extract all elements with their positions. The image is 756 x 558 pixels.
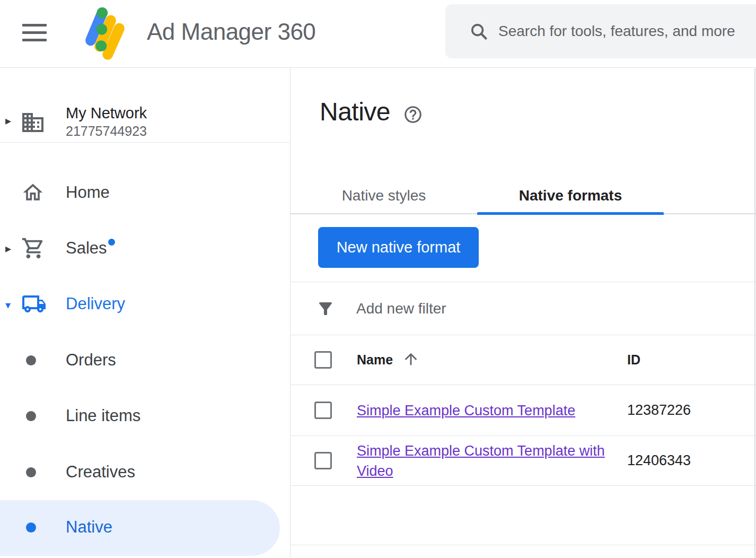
hamburger-menu-icon[interactable]: [22, 24, 47, 42]
bullet-icon: [26, 467, 36, 477]
sidebar-item-label: Line items: [66, 406, 140, 425]
add-filter-placeholder: Add new filter: [356, 300, 446, 317]
bullet-icon: [26, 522, 36, 533]
bullet-icon: [26, 355, 36, 365]
sidebar-item-label: Sales: [66, 239, 107, 258]
network-selector[interactable]: ▸ My Network 21775744923: [0, 84, 290, 143]
network-name: My Network: [66, 104, 147, 122]
ad-manager-logo-icon: [80, 5, 130, 62]
tab-native-formats[interactable]: Native formats: [477, 177, 664, 214]
new-native-format-button[interactable]: New native format: [318, 227, 479, 268]
sidebar-item-delivery[interactable]: ▾ Delivery: [0, 287, 290, 321]
table-row: Simple Example Custom Template 12387226: [291, 385, 756, 436]
content-right-border: [754, 68, 755, 558]
building-icon: [20, 110, 46, 135]
table-header-row: Name ID: [291, 335, 756, 385]
sidebar-item-orders[interactable]: Orders: [0, 343, 290, 377]
sidebar-item-sales[interactable]: ▸ Sales: [0, 231, 290, 265]
column-header-id: ID: [627, 352, 640, 368]
app-header: Ad Manager 360: [0, 0, 756, 68]
truck-icon: [21, 291, 47, 317]
page-title: Native: [320, 96, 390, 128]
sidebar-item-creatives[interactable]: Creatives: [0, 455, 290, 489]
tab-bar: Native styles Native formats: [291, 177, 756, 214]
bullet-icon: [26, 411, 36, 421]
app-title: Ad Manager 360: [147, 18, 315, 46]
table-row: Simple Example Custom Template with Vide…: [291, 436, 756, 486]
sidebar-item-label: Orders: [66, 351, 116, 370]
empty-table-row: [291, 486, 756, 545]
cart-icon: [21, 236, 46, 260]
sidebar-item-label: Delivery: [66, 294, 125, 313]
sort-ascending-icon[interactable]: [402, 350, 420, 368]
sidebar-item-label: Home: [66, 183, 110, 202]
row-checkbox[interactable]: [314, 452, 332, 469]
sidebar-item-label: Native: [66, 518, 112, 537]
main-content: Native Native styles Native formats New …: [291, 68, 756, 558]
notification-dot: [108, 239, 115, 246]
network-id: 21775744923: [66, 124, 147, 139]
row-id: 12406343: [627, 436, 691, 485]
column-header-name[interactable]: Name: [357, 352, 393, 368]
sidebar-item-line-items[interactable]: Line items: [0, 399, 290, 433]
search-icon: [469, 21, 489, 41]
chevron-down-icon[interactable]: ▾: [5, 299, 11, 311]
global-search-bar[interactable]: [445, 4, 756, 58]
native-format-link[interactable]: Simple Example Custom Template: [357, 400, 575, 421]
home-icon: [21, 181, 45, 204]
chevron-right-icon[interactable]: ▸: [5, 242, 11, 256]
sidebar-item-native[interactable]: Native: [0, 510, 290, 544]
row-checkbox[interactable]: [314, 402, 332, 419]
sidebar-item-home[interactable]: Home: [0, 176, 290, 210]
native-format-link[interactable]: Simple Example Custom Template with Vide…: [357, 441, 609, 481]
add-filter-row[interactable]: Add new filter: [291, 282, 756, 335]
search-input[interactable]: [498, 4, 756, 58]
sidebar-divider: [0, 142, 290, 143]
tab-native-styles[interactable]: Native styles: [291, 177, 477, 214]
chevron-right-icon[interactable]: ▸: [5, 114, 11, 128]
active-tab-underline: [477, 212, 664, 215]
select-all-checkbox[interactable]: [314, 351, 332, 369]
filter-funnel-icon: [316, 299, 335, 318]
sidebar: ▸ My Network 21775744923 Home ▸ Sales ▾ …: [0, 68, 291, 558]
help-icon[interactable]: [403, 104, 423, 125]
sidebar-item-label: Creatives: [66, 463, 135, 482]
row-id: 12387226: [627, 385, 691, 435]
